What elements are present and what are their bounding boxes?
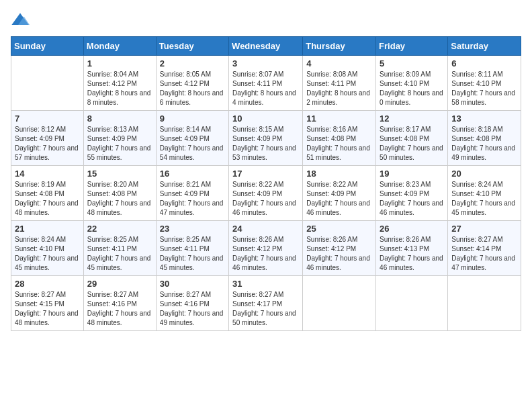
- calendar-cell: 28Sunrise: 8:27 AMSunset: 4:15 PMDayligh…: [11, 276, 84, 331]
- day-info: Sunrise: 8:27 AMSunset: 4:17 PMDaylight:…: [232, 290, 299, 328]
- day-number: 4: [306, 58, 372, 68]
- calendar-cell: 18Sunrise: 8:22 AMSunset: 4:09 PMDayligh…: [303, 166, 376, 221]
- calendar-cell: 11Sunrise: 8:16 AMSunset: 4:08 PMDayligh…: [303, 111, 376, 166]
- day-number: 11: [306, 113, 372, 124]
- calendar-cell: 2Sunrise: 8:05 AMSunset: 4:12 PMDaylight…: [156, 56, 228, 111]
- day-info: Sunrise: 8:24 AMSunset: 4:10 PMDaylight:…: [451, 180, 517, 218]
- day-number: 23: [160, 224, 225, 234]
- day-number: 17: [232, 169, 299, 179]
- calendar-cell: [376, 276, 448, 331]
- day-info: Sunrise: 8:27 AMSunset: 4:16 PMDaylight:…: [87, 290, 152, 328]
- day-info: Sunrise: 8:26 AMSunset: 4:12 PMDaylight:…: [306, 235, 372, 273]
- day-info: Sunrise: 8:20 AMSunset: 4:08 PMDaylight:…: [87, 180, 152, 218]
- day-info: Sunrise: 8:25 AMSunset: 4:11 PMDaylight:…: [87, 235, 152, 273]
- calendar-cell: 23Sunrise: 8:25 AMSunset: 4:11 PMDayligh…: [156, 221, 228, 276]
- calendar-cell: 14Sunrise: 8:19 AMSunset: 4:08 PMDayligh…: [11, 166, 84, 221]
- calendar-header-monday: Monday: [83, 37, 156, 56]
- day-number: 28: [15, 279, 80, 289]
- day-info: Sunrise: 8:21 AMSunset: 4:09 PMDaylight:…: [160, 180, 225, 218]
- calendar-cell: 6Sunrise: 8:11 AMSunset: 4:10 PMDaylight…: [448, 56, 521, 111]
- calendar-cell: 4Sunrise: 8:08 AMSunset: 4:11 PMDaylight…: [303, 56, 376, 111]
- day-number: 5: [380, 58, 444, 68]
- day-number: 3: [232, 58, 299, 68]
- calendar-week-row: 28Sunrise: 8:27 AMSunset: 4:15 PMDayligh…: [11, 276, 521, 331]
- day-number: 6: [451, 58, 517, 68]
- day-number: 26: [380, 224, 444, 234]
- logo-icon: [11, 11, 30, 30]
- calendar-cell: 12Sunrise: 8:17 AMSunset: 4:08 PMDayligh…: [376, 111, 448, 166]
- day-info: Sunrise: 8:27 AMSunset: 4:16 PMDaylight:…: [160, 290, 225, 328]
- calendar-cell: 3Sunrise: 8:07 AMSunset: 4:11 PMDaylight…: [229, 56, 303, 111]
- calendar-cell: 7Sunrise: 8:12 AMSunset: 4:09 PMDaylight…: [11, 111, 84, 166]
- calendar-cell: 16Sunrise: 8:21 AMSunset: 4:09 PMDayligh…: [156, 166, 228, 221]
- day-info: Sunrise: 8:12 AMSunset: 4:09 PMDaylight:…: [15, 125, 80, 163]
- calendar-cell: 17Sunrise: 8:22 AMSunset: 4:09 PMDayligh…: [229, 166, 303, 221]
- calendar-cell: 8Sunrise: 8:13 AMSunset: 4:09 PMDaylight…: [83, 111, 156, 166]
- day-info: Sunrise: 8:15 AMSunset: 4:09 PMDaylight:…: [232, 125, 299, 163]
- calendar-cell: 24Sunrise: 8:26 AMSunset: 4:12 PMDayligh…: [229, 221, 303, 276]
- calendar-cell: [303, 276, 376, 331]
- calendar-header-sunday: Sunday: [11, 37, 84, 56]
- day-number: 19: [380, 169, 444, 179]
- day-info: Sunrise: 8:23 AMSunset: 4:09 PMDaylight:…: [380, 180, 444, 218]
- day-number: 2: [160, 58, 225, 68]
- day-info: Sunrise: 8:17 AMSunset: 4:08 PMDaylight:…: [380, 125, 444, 163]
- calendar-header-friday: Friday: [376, 37, 448, 56]
- day-number: 20: [451, 169, 517, 179]
- calendar-header-row: SundayMondayTuesdayWednesdayThursdayFrid…: [11, 37, 521, 56]
- day-number: 1: [87, 58, 152, 68]
- day-info: Sunrise: 8:18 AMSunset: 4:08 PMDaylight:…: [451, 125, 517, 163]
- day-number: 31: [232, 279, 299, 289]
- day-number: 10: [232, 113, 299, 124]
- calendar-cell: 27Sunrise: 8:27 AMSunset: 4:14 PMDayligh…: [448, 221, 521, 276]
- day-info: Sunrise: 8:27 AMSunset: 4:14 PMDaylight:…: [451, 235, 517, 273]
- calendar-header-thursday: Thursday: [303, 37, 376, 56]
- day-number: 21: [15, 224, 80, 234]
- calendar-cell: [11, 56, 84, 111]
- calendar-week-row: 14Sunrise: 8:19 AMSunset: 4:08 PMDayligh…: [11, 166, 521, 221]
- calendar-cell: 13Sunrise: 8:18 AMSunset: 4:08 PMDayligh…: [448, 111, 521, 166]
- day-number: 16: [160, 169, 225, 179]
- calendar-cell: 22Sunrise: 8:25 AMSunset: 4:11 PMDayligh…: [83, 221, 156, 276]
- logo: [11, 11, 32, 30]
- day-number: 22: [87, 224, 152, 234]
- day-number: 18: [306, 169, 372, 179]
- calendar-cell: [448, 276, 521, 331]
- calendar-cell: 21Sunrise: 8:24 AMSunset: 4:10 PMDayligh…: [11, 221, 84, 276]
- calendar-cell: 30Sunrise: 8:27 AMSunset: 4:16 PMDayligh…: [156, 276, 228, 331]
- calendar-cell: 5Sunrise: 8:09 AMSunset: 4:10 PMDaylight…: [376, 56, 448, 111]
- calendar-cell: 26Sunrise: 8:26 AMSunset: 4:13 PMDayligh…: [376, 221, 448, 276]
- day-info: Sunrise: 8:19 AMSunset: 4:08 PMDaylight:…: [15, 180, 80, 218]
- calendar-cell: 29Sunrise: 8:27 AMSunset: 4:16 PMDayligh…: [83, 276, 156, 331]
- day-number: 30: [160, 279, 225, 289]
- calendar-cell: 25Sunrise: 8:26 AMSunset: 4:12 PMDayligh…: [303, 221, 376, 276]
- day-number: 9: [160, 113, 225, 124]
- day-info: Sunrise: 8:22 AMSunset: 4:09 PMDaylight:…: [306, 180, 372, 218]
- day-info: Sunrise: 8:04 AMSunset: 4:12 PMDaylight:…: [87, 70, 152, 107]
- day-info: Sunrise: 8:26 AMSunset: 4:13 PMDaylight:…: [380, 235, 444, 273]
- calendar-week-row: 21Sunrise: 8:24 AMSunset: 4:10 PMDayligh…: [11, 221, 521, 276]
- calendar-week-row: 1Sunrise: 8:04 AMSunset: 4:12 PMDaylight…: [11, 56, 521, 111]
- calendar-header-saturday: Saturday: [448, 37, 521, 56]
- day-number: 27: [451, 224, 517, 234]
- page-header: [11, 11, 521, 30]
- day-number: 8: [87, 113, 152, 124]
- day-number: 25: [306, 224, 372, 234]
- day-number: 7: [15, 113, 80, 124]
- day-info: Sunrise: 8:07 AMSunset: 4:11 PMDaylight:…: [232, 70, 299, 107]
- day-info: Sunrise: 8:13 AMSunset: 4:09 PMDaylight:…: [87, 125, 152, 163]
- calendar-cell: 9Sunrise: 8:14 AMSunset: 4:09 PMDaylight…: [156, 111, 228, 166]
- day-number: 14: [15, 169, 80, 179]
- day-info: Sunrise: 8:24 AMSunset: 4:10 PMDaylight:…: [15, 235, 80, 273]
- calendar-table: SundayMondayTuesdayWednesdayThursdayFrid…: [11, 36, 521, 331]
- calendar-header-tuesday: Tuesday: [156, 37, 228, 56]
- calendar-cell: 15Sunrise: 8:20 AMSunset: 4:08 PMDayligh…: [83, 166, 156, 221]
- day-info: Sunrise: 8:05 AMSunset: 4:12 PMDaylight:…: [160, 70, 225, 107]
- day-info: Sunrise: 8:14 AMSunset: 4:09 PMDaylight:…: [160, 125, 225, 163]
- calendar-cell: 20Sunrise: 8:24 AMSunset: 4:10 PMDayligh…: [448, 166, 521, 221]
- day-info: Sunrise: 8:26 AMSunset: 4:12 PMDaylight:…: [232, 235, 299, 273]
- day-info: Sunrise: 8:16 AMSunset: 4:08 PMDaylight:…: [306, 125, 372, 163]
- day-info: Sunrise: 8:22 AMSunset: 4:09 PMDaylight:…: [232, 180, 299, 218]
- day-info: Sunrise: 8:09 AMSunset: 4:10 PMDaylight:…: [380, 70, 444, 107]
- calendar-cell: 1Sunrise: 8:04 AMSunset: 4:12 PMDaylight…: [83, 56, 156, 111]
